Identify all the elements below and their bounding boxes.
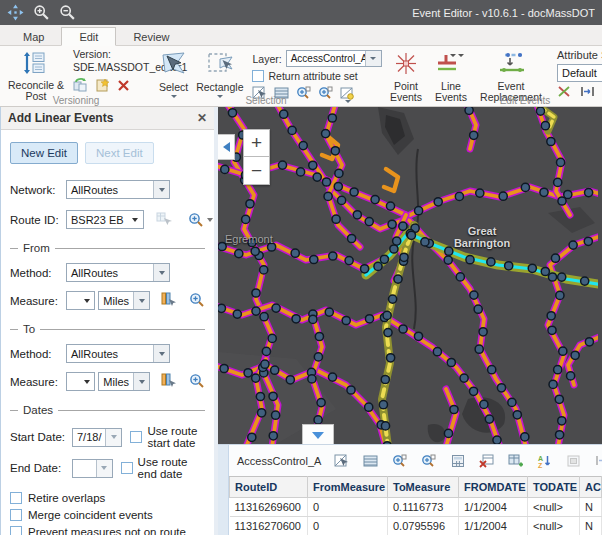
refresh-version-icon[interactable] [73,78,88,95]
cell-access: N [580,498,602,517]
to-zoom-icon[interactable] [189,373,205,390]
route-id-combo-arrow[interactable] [128,211,143,228]
column-header[interactable]: ToMeasure [388,477,459,498]
end-date-label: End Date: [10,462,72,474]
table-left-gutter [218,445,229,535]
new-edit-button[interactable]: New Edit [10,142,78,164]
from-unit-combo-arrow[interactable] [133,292,149,309]
retire-overlaps-label: Retire overlaps [28,492,105,504]
panel-title: Add Linear Events [8,111,113,125]
map-zoom-out-button[interactable]: − [243,157,270,185]
retire-overlaps-checkbox[interactable] [10,492,22,504]
network-combo[interactable]: AllRoutes [66,180,170,199]
zoom-out-icon[interactable] [59,4,76,21]
cell-tomeasure: 0.1116773 [388,498,459,517]
to-unit-combo-arrow[interactable] [133,373,149,390]
cell-tomeasure: 0.0795596 [388,517,459,535]
table-row[interactable]: 11316270600 0 0.0795596 1/1/2004 <null> … [230,517,602,535]
layer-combo[interactable]: AccessControl_A [286,50,382,67]
route-picker-icon [156,211,172,228]
from-method-combo-arrow[interactable] [153,264,169,281]
tab-edit[interactable]: Edit [61,27,116,46]
close-icon[interactable]: ✕ [197,111,207,125]
from-zoom-icon[interactable] [189,292,205,309]
to-measure-combo[interactable] [66,372,95,391]
end-date-combo-arrow[interactable] [96,460,112,477]
sort-icon[interactable]: AZ [536,452,553,469]
zoom-in-icon[interactable] [33,4,50,21]
map-canvas[interactable]: + − Egremont Great Barrington [218,107,602,444]
chevron-down-icon [312,432,324,439]
end-date-combo[interactable] [72,459,113,478]
from-unit-combo[interactable]: Miles [98,291,150,310]
pan-icon[interactable] [7,4,24,21]
line-events-icon [436,51,466,78]
new-version-icon[interactable] [95,78,110,95]
map-label-egremont: Egremont [225,233,273,245]
to-method-combo[interactable]: AllRoutes [66,344,170,363]
column-header[interactable]: AC [580,477,602,498]
layer-combo-arrow[interactable] [365,51,381,66]
cell-routeid: 11316269600 [230,498,308,517]
delete-rows-icon[interactable] [478,452,495,469]
use-route-start-checkbox[interactable] [130,431,142,443]
column-header[interactable]: FromMeasure [308,477,388,498]
zoom-to-route-button[interactable] [188,212,213,227]
table-row[interactable]: 11316269600 0 0.1116773 1/1/2004 <null> … [230,498,602,517]
use-route-start-label: Use route start date [147,425,205,449]
add-linear-events-panel: Add Linear Events ✕ New Edit Next Edit N… [0,107,218,535]
to-measure-combo-arrow[interactable] [79,373,94,390]
move-measure-icon [594,452,602,469]
map-zoom-in-button[interactable]: + [243,129,270,157]
start-date-combo[interactable]: 7/18/ [72,428,122,447]
tab-map[interactable]: Map [6,28,61,45]
ribbon-group-edit-events: Point Events Line Events Event Replaceme… [380,46,602,106]
merge-coincident-checkbox[interactable] [10,509,22,521]
attribute-set-combo[interactable]: Default [557,64,602,82]
from-measure-combo[interactable] [66,291,95,310]
attribute-list-icon[interactable] [362,452,379,469]
start-date-label: Start Date: [10,431,72,443]
collapse-left-button[interactable] [218,134,235,160]
start-date-combo-arrow[interactable] [105,429,121,446]
edit-events-caption: Edit Events [380,95,602,106]
field-calculator-icon[interactable] [449,452,466,469]
zoom-all-rows-icon[interactable] [420,452,437,469]
column-header[interactable]: RouteID [230,477,308,498]
add-record-icon[interactable] [507,452,524,469]
cell-routeid: 11316270600 [230,517,308,535]
from-section-header: From [10,242,205,254]
title-bar: Event Editor - v10.6.1 - docMassDOT [0,0,602,25]
tab-review[interactable]: Review [116,28,186,45]
use-route-end-checkbox[interactable] [121,462,133,474]
select-tool-button[interactable]: Select [155,48,192,99]
cell-fromdate: 1/1/2004 [459,517,528,535]
column-header[interactable]: FROMDATE [459,477,528,498]
to-method-combo-arrow[interactable] [153,345,169,362]
selection-caption: Selection [152,95,380,106]
next-edit-button: Next Edit [85,142,154,164]
from-measure-combo-arrow[interactable] [79,292,94,309]
prevent-measures-checkbox[interactable] [10,526,22,535]
collapse-down-button[interactable] [302,424,334,444]
map-graphics [218,107,598,444]
from-measure-picker-icon[interactable] [161,292,176,309]
network-combo-arrow[interactable] [153,181,169,198]
route-id-combo[interactable]: BSR23 EB [66,210,144,229]
zoom-route-dropdown-icon[interactable] [207,218,213,222]
to-measure-picker-icon[interactable] [161,373,176,390]
event-table-panel: AccessControl_A [218,444,602,535]
to-section-header: To [10,323,205,335]
delete-version-icon[interactable] [117,79,130,95]
select-rows-icon[interactable] [333,452,350,469]
from-method-combo[interactable]: AllRoutes [66,263,170,282]
column-header[interactable]: TODATE [528,477,580,498]
cell-todate: <null> [528,498,580,517]
return-attribute-checkbox[interactable] [252,70,264,82]
zoom-selected-rows-icon[interactable] [391,452,408,469]
from-method-label: Method: [10,267,66,279]
rectangle-tool-button[interactable]: Rectangle [192,48,247,99]
to-unit-combo[interactable]: Miles [98,372,150,391]
rectangle-tool-label: Rectangle [196,82,243,93]
from-measure-label: Measure: [10,295,66,307]
